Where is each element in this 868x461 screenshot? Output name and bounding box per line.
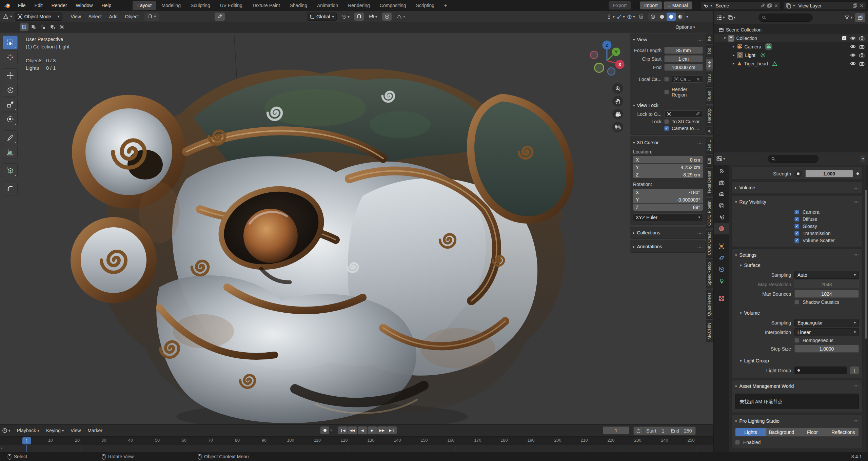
add-workspace-button[interactable]: + (439, 1, 452, 10)
local-camera-checkbox[interactable] (664, 77, 669, 82)
playback-menu[interactable]: Playback▾ (14, 428, 42, 433)
shading-rendered-button[interactable] (676, 13, 685, 21)
keying-menu[interactable]: Keying▾ (43, 428, 67, 433)
tab-tissue[interactable]: Tissu (706, 71, 713, 87)
scene-selector[interactable]: ▾ Scene ✕ (701, 1, 781, 10)
editor-type-chevron[interactable]: ▾ (10, 15, 12, 18)
lock-to-object-field[interactable] (664, 110, 703, 118)
end-frame-field[interactable]: End250 (667, 428, 695, 434)
tool-cursor[interactable] (3, 50, 18, 64)
focal-length-field[interactable]: 85 mm (664, 47, 703, 54)
snap-magnet-toggle[interactable] (354, 13, 364, 21)
jump-to-start-button[interactable]: ❙◀ (338, 426, 348, 434)
viewport-menu-view[interactable]: View (67, 14, 85, 19)
keying-set-chevron[interactable]: ▾ (330, 428, 332, 432)
viewport-menu-object[interactable]: Object (121, 14, 142, 19)
new-view-layer-icon[interactable] (853, 3, 857, 8)
menu-render[interactable]: Render (47, 1, 72, 9)
pls-tab-reflections[interactable]: Reflections (828, 428, 859, 436)
view-layer-selector[interactable]: ▾ View Layer ✕ (783, 1, 866, 10)
menu-help[interactable]: Help (97, 1, 116, 9)
collapse-asset-mgmt[interactable]: ▾ (735, 384, 737, 388)
pivot-point-dropdown[interactable]: ▾ (338, 13, 353, 21)
strength-animate-dot[interactable] (794, 170, 802, 177)
tab-quadremesher[interactable]: QuadRemes (706, 290, 713, 319)
collapse-pro-lighting[interactable]: ▾ (735, 419, 737, 423)
workspace-tab-texture-paint[interactable]: Texture Paint (248, 1, 285, 10)
tab-object-properties[interactable] (714, 240, 729, 252)
proportional-editing-toggle[interactable] (382, 13, 392, 21)
render-visibility-icon[interactable] (859, 53, 865, 58)
shading-wireframe-button[interactable] (648, 13, 657, 21)
workspace-tab-modeling[interactable]: Modeling (157, 1, 185, 10)
tab-world-properties[interactable] (714, 223, 729, 234)
strength-slider[interactable]: 1.000 (805, 170, 853, 177)
ray-camera-checkbox[interactable] (794, 210, 799, 214)
filter-dropdown[interactable]: ▾ (844, 15, 852, 20)
editor-type-dropdown[interactable]: ▾ (716, 156, 725, 161)
workspace-tab-sculpting[interactable]: Sculpting (186, 1, 215, 10)
select-mode-invert-button[interactable] (48, 23, 57, 31)
local-camera-field[interactable]: Ca...✕ (672, 76, 703, 83)
tab-scene-properties[interactable] (714, 211, 729, 223)
outliner-row-camera[interactable]: ▸ Camera (714, 42, 868, 51)
hide-eye-icon[interactable] (850, 61, 856, 66)
close-scene-icon[interactable]: ✕ (774, 3, 778, 8)
display-mode-dropdown[interactable]: ▾ (728, 15, 736, 20)
xray-toggle[interactable] (637, 13, 646, 21)
panel-drag-grip[interactable]: ∷∷ (697, 141, 703, 145)
cursor-rot-y-field[interactable]: Y-0.000009° (633, 196, 703, 203)
outliner-row-light[interactable]: ▸ Light (714, 51, 868, 59)
panel-drag-grip[interactable]: ∷∷ (697, 38, 703, 42)
tab-ccic-pipeline[interactable]: CC/iC Pipelin (706, 198, 713, 228)
outliner-search-input[interactable] (758, 14, 813, 22)
homogeneous-checkbox[interactable] (794, 338, 799, 343)
annotations-panel[interactable]: ▸Annotations∷∷ (630, 240, 706, 253)
tool-annotate[interactable] (3, 130, 18, 144)
falloff-dropdown[interactable]: ▾ (393, 13, 408, 21)
collections-panel[interactable]: ▸Collections∷∷ (630, 227, 706, 239)
ray-diffuse-checkbox[interactable] (794, 217, 799, 222)
jump-to-end-button[interactable]: ▶❙ (387, 426, 397, 434)
tab-tool[interactable]: Too (706, 45, 713, 57)
euler-order-dropdown[interactable]: XYZ Euler▾ (633, 213, 703, 221)
workspace-tab-animation[interactable]: Animation (312, 1, 343, 10)
ray-volume-scatter-checkbox[interactable] (794, 238, 799, 243)
workspace-tab-rendering[interactable]: Rendering (343, 1, 375, 10)
tiger-head-model[interactable] (58, 50, 587, 424)
tool-corner-curve[interactable] (3, 182, 18, 195)
tab-ccic-create[interactable]: CC/iC Creat (706, 230, 713, 258)
pls-tab-lights[interactable]: Lights (735, 428, 766, 436)
scroll-arrow[interactable]: › (1, 445, 2, 450)
outliner-row-collection[interactable]: ▾ Collection (714, 34, 868, 42)
manual-button[interactable]: ↓Manual (664, 1, 692, 9)
import-button[interactable]: Import (640, 1, 662, 9)
use-preview-range-button[interactable] (634, 427, 643, 435)
tool-transform[interactable] (3, 112, 18, 126)
outliner-row-tiger-head[interactable]: ▸ Tiger_head (714, 59, 868, 68)
render-region-checkbox[interactable] (664, 90, 669, 95)
workspace-tab-layout[interactable]: Layout (133, 1, 156, 10)
tab-texture-properties[interactable] (714, 293, 729, 304)
workspace-tab-scripting[interactable]: Scripting (411, 1, 439, 10)
cursor-loc-y-field[interactable]: Y4.252 cm (633, 164, 703, 171)
collapse-view-panel[interactable]: ▾ (633, 38, 635, 42)
collection-disclosure[interactable]: ▾ (724, 36, 726, 40)
timeline-editor-dropdown[interactable]: ▾ (2, 428, 11, 433)
tab-speedretopo[interactable]: SpeedRetop (706, 259, 713, 289)
blender-logo-icon[interactable] (3, 2, 11, 8)
select-mode-subtract-button[interactable] (39, 23, 47, 31)
select-mode-set-button[interactable] (20, 23, 28, 31)
object-visibility-dropdown[interactable]: ▾ (606, 13, 615, 21)
tab-machin3[interactable]: MACHIN (706, 320, 713, 342)
timeline-ruler[interactable]: 10 20 30 40 50 60 70 80 90 100 110 120 1… (0, 436, 713, 445)
mode-dropdown[interactable]: Object Mode▾ (15, 13, 62, 21)
tab-physics-properties[interactable] (714, 252, 729, 264)
tab-view[interactable]: Vie (706, 59, 713, 70)
snap-settings-dropdown[interactable]: ▾ (366, 13, 380, 21)
add-light-group-button[interactable]: ＋ (850, 366, 859, 374)
tab-object-data-properties[interactable] (714, 275, 729, 287)
cursor-rot-z-field[interactable]: Z89° (633, 204, 703, 211)
options-dropdown[interactable]: Options▾ (675, 24, 695, 30)
cursor-rot-x-field[interactable]: X-180° (633, 189, 703, 196)
